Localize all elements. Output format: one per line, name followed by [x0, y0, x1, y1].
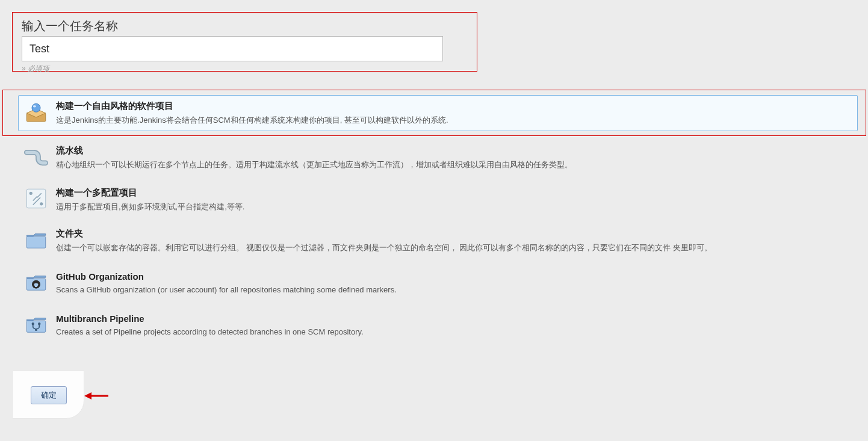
confirm-button[interactable]: 确定	[31, 386, 67, 404]
svg-rect-3	[26, 189, 46, 208]
item-title: GitHub Organization	[56, 271, 851, 282]
annotation-arrow-icon	[84, 391, 108, 401]
svg-point-2	[33, 105, 36, 108]
project-type-github-org[interactable]: GitHub Organization Scans a GitHub organ…	[18, 266, 858, 300]
item-title: 文件夹	[56, 228, 851, 239]
project-type-pipeline[interactable]: 流水线 精心地组织一个可以长期运行在多个节点上的任务。适用于构建流水线（更加正式…	[18, 140, 858, 176]
svg-point-4	[29, 192, 33, 195]
project-type-freestyle[interactable]: 构建一个自由风格的软件项目 这是Jenkins的主要功能.Jenkins将会结合…	[18, 95, 858, 131]
multiconfig-icon	[23, 186, 49, 211]
svg-marker-14	[84, 392, 91, 399]
footer-panel: 确定	[12, 371, 84, 419]
item-desc: 创建一个可以嵌套存储的容器。利用它可以进行分组。 视图仅仅是一个过滤器，而文件夹…	[56, 242, 851, 254]
project-type-multibranch[interactable]: Multibranch Pipeline Creates a set of Pi…	[18, 308, 858, 342]
pipeline-icon	[23, 145, 49, 170]
item-desc: 这是Jenkins的主要功能.Jenkins将会结合任何SCM和任何构建系统来构…	[56, 114, 851, 126]
multibranch-icon	[23, 312, 49, 338]
svg-rect-6	[26, 236, 46, 248]
item-title: 流水线	[56, 145, 851, 156]
task-name-input[interactable]	[22, 36, 443, 61]
item-title: Multibranch Pipeline	[56, 313, 851, 324]
required-hint: » 必填项	[22, 64, 49, 74]
github-org-icon	[23, 270, 49, 295]
item-desc: Creates a set of Pipeline projects accor…	[56, 326, 851, 338]
svg-point-10	[32, 322, 34, 325]
item-desc: 精心地组织一个可以长期运行在多个节点上的任务。适用于构建流水线（更加正式地应当称…	[56, 159, 851, 171]
svg-point-1	[32, 103, 40, 112]
item-title: 构建一个自由风格的软件项目	[56, 100, 851, 112]
project-type-multiconfig[interactable]: 构建一个多配置项目 适用于多配置项目,例如多环境测试,平台指定构建,等等.	[18, 182, 858, 215]
folder-icon	[23, 228, 49, 253]
freestyle-icon	[23, 100, 49, 126]
item-desc: 适用于多配置项目,例如多环境测试,平台指定构建,等等.	[56, 201, 851, 213]
item-desc: Scans a GitHub organization (or user acc…	[56, 284, 851, 296]
svg-point-5	[40, 202, 43, 205]
project-type-folder[interactable]: 文件夹 创建一个可以嵌套存储的容器。利用它可以进行分组。 视图仅仅是一个过滤器，…	[18, 223, 858, 259]
item-title: 构建一个多配置项目	[56, 187, 851, 199]
svg-point-11	[38, 322, 40, 325]
page-title: 输入一个任务名称	[22, 18, 118, 34]
